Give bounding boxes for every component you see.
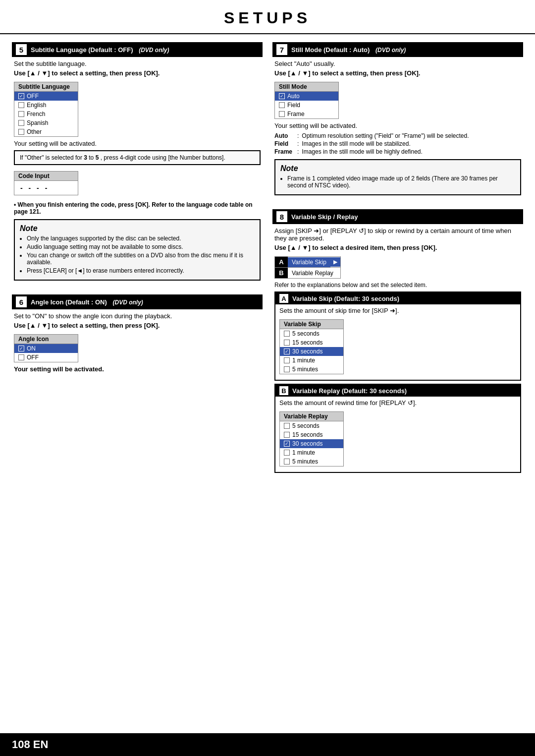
section-5-bold-note: • When you finish entering the code, pre… [14, 201, 261, 215]
still-frame-checkbox [279, 111, 285, 117]
variable-skip-table: Variable Skip 5 seconds 15 seconds [279, 319, 344, 374]
page-footer: 108 EN [0, 733, 535, 756]
replay-30s-label: 30 seconds [292, 440, 322, 447]
subtitle-french-label: French [27, 111, 45, 117]
subtitle-spanish-label: Spanish [27, 119, 48, 126]
replay-5s-row[interactable]: 5 seconds [280, 421, 343, 430]
skip-5m-label: 5 minutes [292, 366, 318, 373]
subtitle-off-label: OFF [27, 93, 39, 100]
inline-note-2: , press 4-digit code using [the Number b… [101, 154, 225, 161]
angle-off-row[interactable]: OFF [14, 353, 78, 362]
desc-field-label: Field [274, 140, 294, 147]
section-6-activation: Your setting will be activated. [14, 365, 261, 373]
variable-replay-table-header: Variable Replay [280, 412, 343, 421]
replay-5m-row[interactable]: 5 minutes [280, 457, 343, 466]
section-7-note-item-1: Frame is 1 completed video image made up… [287, 175, 515, 189]
desc-field: Field : Images in the still mode will be… [274, 140, 521, 147]
section-7-instruction: Use [▲ / ▼] to select a setting, then pr… [274, 69, 521, 77]
variable-replay-section: B Variable Replay (Default: 30 seconds) … [274, 384, 521, 473]
replay-30s-row[interactable]: 30 seconds [280, 439, 343, 448]
section-5-body: Set the subtitle language. Use [▲ / ▼] t… [12, 60, 263, 288]
still-field-row[interactable]: Field [275, 101, 338, 110]
subtitle-english-checkbox [18, 102, 24, 108]
ab-skip-label: Variable Skip [288, 257, 330, 267]
section-8-body: Assign [SKIP ➜] or [REPLAY ↺] to skip or… [272, 227, 523, 479]
section-5-inline-note: If "Other" is selected for 3 to 5 , pres… [14, 150, 261, 165]
angle-on-label: ON [27, 345, 36, 352]
variable-skip-body: Sets the amount of skip time for [SKIP ➜… [275, 304, 520, 380]
section-6-title: Angle Icon (Default : ON) (DVD only) [31, 298, 259, 306]
angle-on-row[interactable]: ON [14, 344, 78, 353]
ab-skip-letter: A [275, 257, 288, 267]
skip-5s-label: 5 seconds [292, 330, 320, 337]
page-title: SETUPS [224, 9, 311, 27]
subtitle-english-label: English [27, 102, 46, 109]
replay-15s-row[interactable]: 15 seconds [280, 430, 343, 439]
section-7-note-list: Frame is 1 completed video image made up… [280, 175, 515, 189]
section-5-note: Note Only the languages supported by the… [14, 219, 261, 281]
ab-replay-label: Variable Replay [288, 268, 340, 278]
section-6-header: 6 Angle Icon (Default : ON) (DVD only) [12, 294, 263, 309]
still-auto-checkbox [279, 93, 285, 99]
still-frame-row[interactable]: Frame [275, 110, 338, 118]
desc-frame-label: Frame [274, 148, 294, 155]
skip-1m-row[interactable]: 1 minute [280, 356, 343, 365]
replay-30s-checkbox [284, 441, 290, 447]
section-8-num: 8 [276, 211, 287, 222]
section-5: 5 Subtitle Language (Default : OFF) (DVD… [12, 42, 263, 288]
subtitle-other-row[interactable]: Other [14, 127, 78, 136]
skip-1m-label: 1 minute [292, 357, 315, 364]
desc-field-sep: : [297, 140, 299, 147]
left-column: 5 Subtitle Language (Default : OFF) (DVD… [12, 42, 263, 725]
section-7-header: 7 Still Mode (Default : Auto) (DVD only) [272, 42, 523, 57]
ab-skip-arrow: ▶ [330, 257, 340, 267]
variable-replay-title: Variable Replay (Default: 30 seconds) [292, 387, 407, 395]
variable-skip-title: Variable Skip (Default: 30 seconds) [292, 295, 399, 302]
inline-to: to [89, 154, 94, 161]
still-auto-label: Auto [287, 93, 300, 100]
skip-5s-checkbox [284, 331, 290, 337]
section-5-num: 5 [16, 44, 27, 55]
replay-1m-row[interactable]: 1 minute [280, 448, 343, 457]
variable-skip-section: A Variable Skip (Default: 30 seconds) Se… [274, 291, 521, 381]
skip-15s-label: 15 seconds [292, 339, 322, 346]
variable-replay-header: B Variable Replay (Default: 30 seconds) [275, 385, 520, 397]
main-content: 5 Subtitle Language (Default : OFF) (DVD… [0, 34, 535, 733]
section-5-title: Subtitle Language (Default : OFF) (DVD o… [31, 46, 259, 54]
section-7-note: Note Frame is 1 completed video image ma… [274, 159, 521, 195]
variable-skip-header: A Variable Skip (Default: 30 seconds) [275, 292, 520, 304]
subtitle-french-row[interactable]: French [14, 110, 78, 118]
variable-replay-body: Sets the amount of rewind time for [REPL… [275, 397, 520, 472]
subtitle-off-checkbox [18, 93, 24, 99]
angle-icon-table-header: Angle Icon [14, 335, 78, 344]
page-header: SETUPS [0, 0, 535, 34]
subtitle-english-row[interactable]: English [14, 101, 78, 110]
desc-auto-label: Auto [274, 132, 294, 139]
section-8: 8 Variable Skip / Replay Assign [SKIP ➜]… [272, 209, 523, 479]
code-input-body: - - - - [14, 181, 78, 195]
section-8-refer: Refer to the explanations below and set … [274, 282, 521, 289]
replay-5s-label: 5 seconds [292, 422, 320, 429]
section-6: 6 Angle Icon (Default : ON) (DVD only) S… [12, 294, 263, 378]
skip-5s-row[interactable]: 5 seconds [280, 329, 343, 338]
subtitle-off-row[interactable]: OFF [14, 92, 78, 101]
ab-skip-row[interactable]: A Variable Skip ▶ [275, 257, 340, 267]
variable-skip-table-header: Variable Skip [280, 320, 343, 329]
still-auto-row[interactable]: Auto [275, 92, 338, 101]
skip-30s-row[interactable]: 30 seconds [280, 347, 343, 356]
subtitle-spanish-row[interactable]: Spanish [14, 118, 78, 127]
desc-frame-text: Images in the still mode will be highly … [302, 148, 422, 155]
replay-15s-label: 15 seconds [292, 431, 322, 438]
still-mode-table: Still Mode Auto Field Frame [274, 82, 339, 119]
skip-5m-row[interactable]: 5 minutes [280, 365, 343, 374]
note-item-3: You can change or switch off the subtitl… [27, 252, 255, 266]
desc-field-text: Images in the still mode will be stabili… [302, 140, 410, 147]
section-5-note-list: Only the languages supported by the disc… [20, 235, 255, 274]
ab-replay-row[interactable]: B Variable Replay [275, 268, 340, 278]
section-5-note-title: Note [20, 224, 255, 233]
desc-frame: Frame : Images in the still mode will be… [274, 148, 521, 155]
section-5-instruction: Use [▲ / ▼] to select a setting, then pr… [14, 69, 261, 77]
skip-15s-row[interactable]: 15 seconds [280, 338, 343, 347]
section-7-note-title: Note [280, 164, 515, 173]
section-6-instruction: Use [▲ / ▼] to select a setting, then pr… [14, 322, 261, 329]
